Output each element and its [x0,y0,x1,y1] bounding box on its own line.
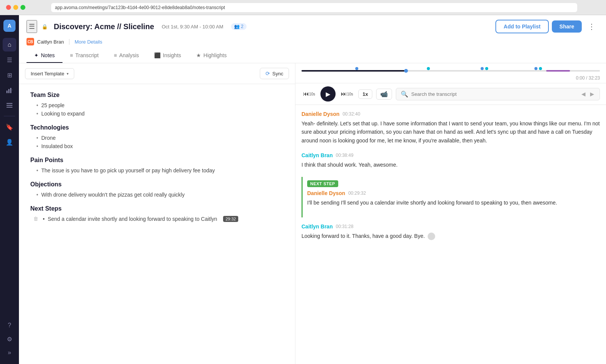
rewind-button[interactable]: ⏮ 10s [301,89,317,99]
nav-icon-list[interactable] [3,98,16,112]
svg-rect-0 [6,91,8,93]
next-step-block: NEXT STEP Danielle Dyson 00:29:32 I'll b… [301,177,600,217]
timestamp-badge[interactable]: 29:32 [223,216,238,222]
notes-tab-icon: ✦ [34,52,39,58]
progress-track[interactable] [301,67,600,75]
search-prev-button[interactable]: ◀ [581,91,586,97]
svg-rect-2 [10,88,11,93]
speaker-dot [485,67,488,70]
highlights-tab-label: Highlights [203,52,226,58]
insights-tab-label: Insights [163,52,181,58]
speaker-dot [355,67,358,70]
play-button[interactable]: ▶ [320,86,336,102]
analysis-tab-label: Analysis [119,52,139,58]
owner-row: CB Caitlyn Bran | More Details [27,38,598,45]
tab-analysis[interactable]: ≡ Analysis [106,48,146,63]
section-next-steps: Next Steps [30,205,284,212]
table-row: Caitlyn Bran 00:38:49 I think that shoul… [301,152,600,169]
analysis-tab-icon: ≡ [114,52,117,58]
owner-name: Caitlyn Bran [37,39,64,45]
camera-button[interactable]: 📹 [376,89,392,100]
speaker-timestamp: 00:29:32 [348,191,366,196]
hamburger-button[interactable]: ☰ [27,20,37,33]
notes-content: Team Size 25 people Looking to expand Te… [19,84,295,364]
rewind-label: 10s [309,92,315,96]
notes-toolbar: Insert Template ▾ ⟳ Sync [19,63,295,84]
section-technologies: Technologies [30,124,284,131]
next-step-tag: NEXT STEP [307,180,338,187]
app-logo[interactable]: A [3,20,16,32]
tab-transcript[interactable]: ≡ Transcript [62,48,106,63]
next-step-text: Send a calendar invite shortly and looki… [48,216,217,222]
nav-icon-settings[interactable]: ⚙ [3,332,16,346]
nav-icon-home[interactable]: ⌂ [3,38,16,52]
notes-tab-label: Notes [41,52,55,58]
meeting-title: Discovery: Acme // Sliceline [54,22,154,31]
bullet-dot: • [43,216,45,222]
speaker-dots-1 [355,67,358,70]
nav-icon-person[interactable]: 👤 [3,135,16,149]
header-top: ☰ 🔒 Discovery: Acme // Sliceline Oct 1st… [27,20,598,33]
sync-button[interactable]: ⟳ Sync [260,68,289,79]
next-step-item: 🗑 • Send a calendar invite shortly and l… [33,216,284,222]
svg-rect-5 [6,105,12,106]
table-row: Danielle Dyson 00:32:40 Yeah- definitely… [301,111,600,145]
insert-template-button[interactable]: Insert Template ▾ [25,68,74,79]
speaker-timestamp: 00:32:40 [342,111,360,117]
transcript-panel: 0:00 / 32:23 ⏮ 10s ▶ ⏭ 10s 1x 📹 [295,63,606,364]
tab-notes[interactable]: ✦ Notes [27,48,62,63]
forward-label: 10s [347,92,353,96]
main-content: ☰ 🔒 Discovery: Acme // Sliceline Oct 1st… [19,15,606,364]
tab-insights[interactable]: ⬛ Insights [147,48,189,63]
svg-rect-6 [6,107,12,108]
chevron-down-icon: ▾ [67,72,69,76]
meeting-meta: Oct 1st, 9:30 AM - 10:00 AM [162,24,223,30]
minimize-button[interactable] [13,5,18,10]
list-item: Drone [36,135,284,141]
list-item: Insulated box [36,143,284,149]
pipe-separator: | [69,38,70,45]
speaker-dots-4 [534,67,542,70]
transcript-text: I'll be sending I'll send you a calendar… [307,198,600,207]
table-row: Danielle Dyson 00:29:32 I'll be sending … [307,190,600,207]
speed-button[interactable]: 1x [358,89,372,99]
transcript-text: Yeah- definitely. Let's set that up. I h… [301,119,600,145]
more-options-button[interactable]: ⋮ [585,20,598,33]
app-layout: A ⌂ ☰ ⊞ 🔖 👤 ? ⚙ » [0,15,606,364]
speaker-timestamp: 00:38:49 [336,153,353,158]
nav-icon-menu[interactable]: ☰ [3,53,16,67]
time-display: 0:00 / 32:23 [576,75,600,81]
forward-button[interactable]: ⏭ 10s [339,89,355,99]
url-bar[interactable]: app.avoma.com/meetings/7ac123b-41d4-4e00… [51,3,577,12]
share-button[interactable]: Share [552,20,582,33]
speaker-dot [534,67,537,70]
speaker-name: Caitlyn Bran [301,152,333,158]
speaker-name: Danielle Dyson [307,190,345,196]
playhead[interactable] [404,69,408,73]
add-to-playlist-button[interactable]: Add to Playlist [495,20,549,33]
progress-fill [301,70,406,72]
browser-chrome: app.avoma.com/meetings/7ac123b-41d4-4e00… [0,0,606,15]
tab-highlights[interactable]: ★ Highlights [189,48,234,63]
timeline-area: 0:00 / 32:23 [295,63,606,83]
transcript-tab-icon: ≡ [70,52,73,58]
trash-icon[interactable]: 🗑 [33,216,38,222]
more-details-link[interactable]: More Details [75,39,102,45]
search-next-button[interactable]: ▶ [589,91,595,97]
section-team-size: Team Size [30,92,284,98]
transcript-list: Danielle Dyson 00:32:40 Yeah- definitely… [295,105,606,364]
search-input[interactable] [411,91,578,97]
nav-icon-expand[interactable]: » [3,346,16,359]
search-box: 🔍 ◀ ▶ [396,88,600,100]
nav-icon-grid[interactable]: ⊞ [3,68,16,82]
nav-icon-chart[interactable] [3,83,16,97]
maximize-button[interactable] [20,5,25,10]
body-area: Insert Template ▾ ⟳ Sync Team Size 25 pe… [19,63,606,364]
insights-tab-icon: ⬛ [154,52,161,58]
close-button[interactable] [6,5,11,10]
purple-section [546,70,570,72]
header-actions: Add to Playlist Share ⋮ [495,20,598,33]
nav-icon-question[interactable]: ? [3,319,16,332]
nav-icon-bookmark[interactable]: 🔖 [3,120,16,134]
section-objections: Objections [30,181,284,188]
